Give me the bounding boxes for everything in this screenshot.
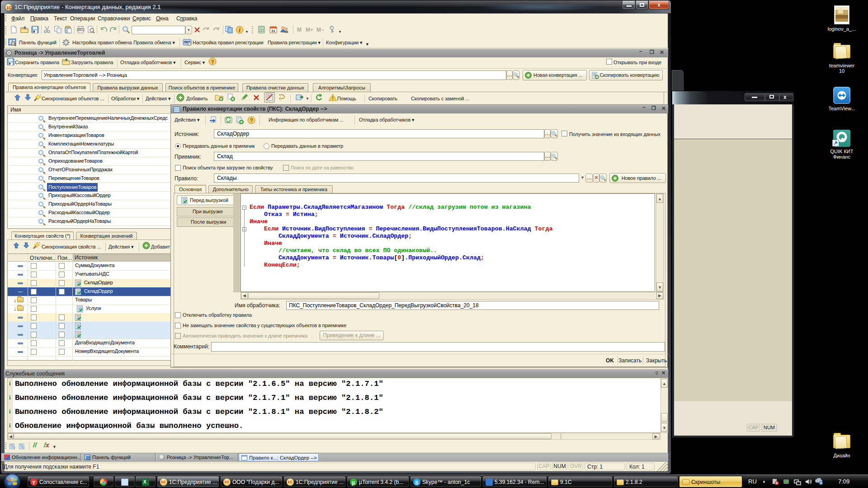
svg-text:?: ?: [250, 117, 253, 123]
svg-text:?: ?: [211, 59, 214, 65]
svg-text:31: 31: [271, 29, 275, 33]
svg-text:C: C: [23, 447, 25, 450]
svg-text:C: C: [14, 447, 16, 450]
svg-text:!: !: [332, 95, 334, 101]
